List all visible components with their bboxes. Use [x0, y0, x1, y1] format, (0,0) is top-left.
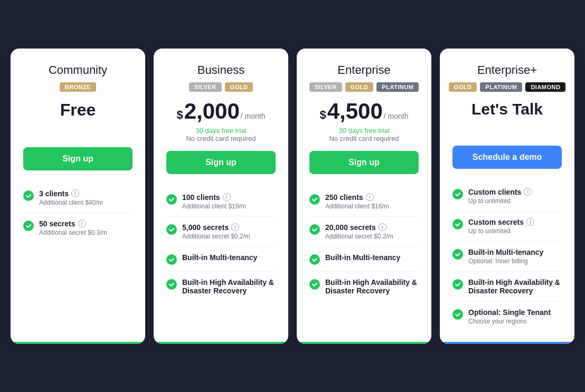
feature-item-business-0: 100 clientsiAdditional client $19/m	[166, 187, 276, 217]
trial-info-enterprise: 30 days free trialNo credit card require…	[309, 127, 419, 142]
feature-text-community-1: 50 secretsiAdditional secret $0.3/m	[39, 219, 133, 236]
feature-text-community-0: 3 clientsiAdditional client $40/m	[39, 189, 133, 206]
price-section-enterprise: $4,500/ month	[309, 100, 419, 122]
features-list-enterprise-plus: Custom clientsiUp to unlimitedCustom sec…	[452, 181, 562, 331]
cta-button-enterprise[interactable]: Sign up	[309, 151, 419, 174]
info-icon-enterprise-plus-1[interactable]: i	[526, 218, 534, 226]
check-icon-enterprise-2	[309, 254, 320, 265]
check-icon-enterprise-1	[309, 224, 320, 235]
check-icon-business-2	[166, 254, 177, 265]
feature-subtitle-enterprise-1: Additional secret $0.2/m	[325, 233, 419, 240]
badge-gold-enterprise: GOLD	[345, 82, 374, 92]
feature-text-enterprise-0: 250 clientsiAdditional client $16/m	[325, 193, 419, 210]
feature-text-enterprise-plus-1: Custom secretsiUp to unlimited	[468, 218, 562, 235]
cta-spacer-community	[23, 124, 133, 141]
feature-item-business-1: 5,000 secretsiAdditional secret $0.2/m	[166, 217, 276, 247]
plan-card-enterprise: EnterpriseSILVERGOLDPLATINUM$4,500/ mont…	[297, 49, 431, 344]
feature-title-enterprise-0: 250 clientsi	[325, 193, 419, 202]
check-icon-community-1	[23, 221, 34, 231]
feature-text-enterprise-plus-0: Custom clientsiUp to unlimited	[468, 188, 562, 205]
price-section-community: Free	[23, 100, 133, 120]
check-icon-business-0	[166, 194, 177, 205]
feature-subtitle-enterprise-plus-2: Optional: Inner billing	[468, 257, 562, 265]
plan-name-enterprise-plus: Enterprise+	[452, 63, 562, 77]
badge-platinum-enterprise-plus: PLATINUM	[480, 82, 522, 92]
feature-title-business-2: Built-in Multi-tenancy	[182, 253, 276, 262]
plan-name-community: Community	[23, 63, 133, 77]
badge-silver-enterprise: SILVER	[309, 82, 342, 92]
info-icon-enterprise-plus-0[interactable]: i	[524, 188, 532, 196]
badge-bronze-community: BRONZE	[60, 82, 96, 92]
info-icon-community-0[interactable]: i	[71, 189, 79, 197]
feature-subtitle-enterprise-0: Additional client $16/m	[325, 203, 419, 210]
price-section-business: $2,000/ month	[166, 100, 276, 122]
pricing-container: CommunityBRONZEFreeSign up3 clientsiAddi…	[11, 49, 574, 344]
price-period-business: / month	[241, 112, 266, 120]
feature-title-business-0: 100 clientsi	[182, 193, 276, 202]
feature-subtitle-enterprise-plus-4: Choose your regions	[468, 318, 562, 325]
feature-title-enterprise-plus-1: Custom secretsi	[468, 218, 562, 226]
plan-card-community: CommunityBRONZEFreeSign up3 clientsiAddi…	[11, 49, 145, 344]
price-amount-enterprise: $4,500/ month	[309, 100, 419, 122]
trial-info-business: 30 days free trialNo credit card require…	[166, 127, 276, 142]
trial-line2-enterprise: No credit card required	[309, 135, 419, 142]
check-icon-community-0	[23, 190, 34, 201]
feature-text-enterprise-plus-4: Optional: Single TenantChoose your regio…	[468, 308, 562, 325]
feature-title-enterprise-3: Built-in High Availability & Disaster Re…	[325, 278, 419, 295]
badge-silver-business: SILVER	[189, 82, 222, 92]
price-dollar-business: $	[176, 108, 183, 122]
feature-text-enterprise-plus-3: Built-in High Availability & Disaster Re…	[468, 278, 562, 295]
price-label-community: Free	[23, 100, 133, 120]
feature-item-enterprise-2: Built-in Multi-tenancy	[309, 247, 419, 272]
info-icon-enterprise-0[interactable]: i	[366, 193, 374, 201]
feature-text-enterprise-2: Built-in Multi-tenancy	[325, 253, 419, 262]
trial-line1-business: 30 days free trial	[166, 127, 276, 135]
feature-title-enterprise-plus-0: Custom clientsi	[468, 188, 562, 196]
trial-line2-business: No credit card required	[166, 135, 276, 142]
feature-item-enterprise-plus-1: Custom secretsiUp to unlimited	[452, 212, 562, 242]
feature-item-enterprise-plus-0: Custom clientsiUp to unlimited	[452, 181, 562, 212]
price-talk-enterprise-plus: Let's Talk	[452, 100, 562, 118]
check-icon-enterprise-3	[309, 279, 320, 290]
feature-text-enterprise-plus-2: Built-in Multi-tenancyOptional: Inner bi…	[468, 248, 562, 265]
feature-title-enterprise-1: 20,000 secretsi	[325, 223, 419, 232]
feature-title-community-0: 3 clientsi	[39, 189, 133, 198]
feature-text-business-1: 5,000 secretsiAdditional secret $0.2/m	[182, 223, 276, 240]
feature-item-community-1: 50 secretsiAdditional secret $0.3/m	[23, 213, 133, 243]
check-icon-business-3	[166, 279, 177, 290]
cta-button-community[interactable]: Sign up	[23, 147, 133, 170]
badge-diamond-enterprise-plus: DIAMOND	[525, 82, 565, 92]
tier-badges-enterprise-plus: GOLDPLATINUMDIAMOND	[452, 82, 562, 92]
feature-item-enterprise-3: Built-in High Availability & Disaster Re…	[309, 272, 419, 301]
feature-item-business-2: Built-in Multi-tenancy	[166, 247, 276, 272]
feature-subtitle-enterprise-plus-0: Up to unlimited	[468, 197, 562, 205]
feature-text-business-3: Built-in High Availability & Disaster Re…	[182, 278, 276, 295]
info-icon-enterprise-1[interactable]: i	[379, 223, 386, 231]
feature-title-enterprise-plus-3: Built-in High Availability & Disaster Re…	[468, 278, 562, 295]
info-icon-business-0[interactable]: i	[223, 193, 231, 201]
price-amount-business: $2,000/ month	[166, 100, 276, 122]
info-icon-community-1[interactable]: i	[78, 219, 86, 227]
features-list-business: 100 clientsiAdditional client $19/m5,000…	[166, 187, 276, 331]
features-list-enterprise: 250 clientsiAdditional client $16/m20,00…	[309, 187, 419, 331]
feature-title-community-1: 50 secretsi	[39, 219, 133, 228]
price-number-enterprise: 4,500	[327, 100, 383, 122]
feature-subtitle-business-1: Additional secret $0.2/m	[182, 233, 276, 240]
info-icon-business-1[interactable]: i	[231, 223, 239, 231]
feature-title-enterprise-plus-4: Optional: Single Tenant	[468, 308, 562, 317]
cta-button-enterprise-plus[interactable]: Schedule a demo	[452, 146, 562, 169]
cta-spacer-enterprise-plus	[452, 122, 562, 139]
plan-card-enterprise-plus: Enterprise+GOLDPLATINUMDIAMONDLet's Talk…	[440, 49, 574, 344]
check-icon-enterprise-plus-1	[452, 219, 463, 230]
check-icon-enterprise-plus-2	[452, 249, 463, 260]
feature-item-community-0: 3 clientsiAdditional client $40/m	[23, 183, 133, 213]
feature-item-enterprise-plus-2: Built-in Multi-tenancyOptional: Inner bi…	[452, 242, 562, 272]
tier-badges-community: BRONZE	[23, 82, 133, 92]
feature-subtitle-enterprise-plus-1: Up to unlimited	[468, 227, 562, 235]
feature-subtitle-community-1: Additional secret $0.3/m	[39, 229, 133, 236]
badge-gold-enterprise-plus: GOLD	[449, 82, 477, 92]
cta-button-business[interactable]: Sign up	[166, 151, 276, 174]
feature-subtitle-community-0: Additional client $40/m	[39, 199, 133, 206]
plan-card-business: BusinessSILVERGOLD$2,000/ month30 days f…	[154, 49, 288, 344]
tier-badges-enterprise: SILVERGOLDPLATINUM	[309, 82, 419, 92]
